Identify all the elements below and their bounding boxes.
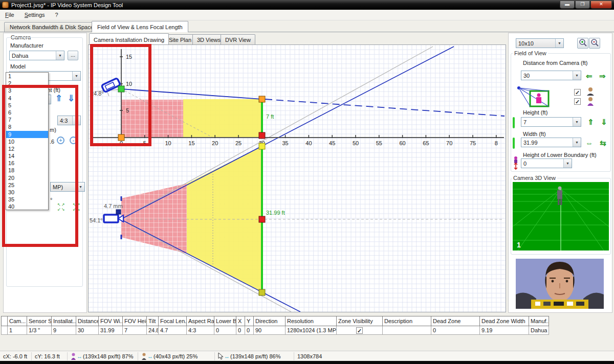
column-header-Manuf...[interactable]: Manuf... — [529, 316, 549, 326]
installation-drawing-canvas[interactable]: 0510152025303540455055606570758 51015 7 … — [88, 44, 506, 312]
show-woman-checkbox[interactable]: ✓ — [574, 98, 581, 105]
table-cell[interactable] — [383, 326, 431, 335]
table-cell[interactable]: 0 — [245, 326, 254, 335]
table-cell[interactable]: 90 — [254, 326, 286, 335]
fov-height-select[interactable]: 7▼ — [521, 117, 581, 127]
aspect-ratio-select[interactable]: 4:3▼ — [57, 116, 81, 125]
column-header-Aspect Ra...[interactable]: Aspect Ra... — [187, 316, 214, 326]
origin-handle[interactable] — [118, 134, 124, 141]
tab-site-plan[interactable]: Site Plan — [164, 34, 196, 44]
dropdown-option-18[interactable]: 18 — [6, 167, 48, 174]
plan-bottom-handle[interactable] — [259, 289, 265, 295]
zoom-out-button[interactable] — [589, 38, 600, 49]
table-cell[interactable]: 9.19 — [480, 326, 529, 335]
close-button[interactable]: ✕ — [590, 1, 612, 9]
dropdown-option-2[interactable]: 2 — [6, 80, 48, 87]
camera-3d-view[interactable]: 1 — [513, 182, 609, 251]
table-cell[interactable]: 0 — [236, 326, 245, 335]
height-up-button[interactable]: ⇑ — [55, 94, 62, 103]
dropdown-option-7[interactable]: 7 — [6, 116, 48, 123]
dropdown-option-5[interactable]: 5 — [6, 102, 48, 109]
column-header-X[interactable]: X — [236, 316, 245, 326]
dropdown-option-25[interactable]: 25 — [6, 181, 48, 189]
resolution-select[interactable]: MP)▼ — [50, 182, 85, 192]
column-header-Tilt[interactable]: Tilt — [147, 316, 159, 326]
column-header-Dead Zone[interactable]: Dead Zone — [431, 316, 480, 326]
plan-top-handle[interactable] — [259, 143, 265, 149]
column-header-Distance[interactable]: Distance — [76, 316, 99, 326]
width-expand-button[interactable]: ⇔ — [585, 139, 593, 147]
install-height-list[interactable]: 12345678910121416182025303540 — [6, 72, 49, 210]
table-cell[interactable]: 1 — [8, 326, 27, 335]
menu-settings[interactable]: Settings — [19, 11, 50, 19]
table-cell[interactable]: 9 — [52, 326, 76, 335]
height-down-button[interactable]: ⇓ — [68, 94, 75, 103]
dropdown-option-9[interactable]: 9 — [6, 131, 48, 138]
dropdown-option-1[interactable]: 1 — [6, 73, 48, 80]
pan-arrows-icon[interactable]: ↖↗↙↘ — [57, 202, 69, 212]
browse-manufacturer-button[interactable]: ... — [68, 51, 78, 60]
dropdown-option-16[interactable]: 16 — [6, 160, 48, 167]
dropdown-option-20[interactable]: 20 — [6, 174, 48, 181]
zoom-in-button[interactable] — [577, 38, 588, 49]
manufacturer-select[interactable]: Dahua▼ — [9, 51, 64, 60]
maximize-button[interactable]: ❐ — [575, 1, 590, 9]
distance-increase-button[interactable]: ⇒ — [599, 72, 606, 81]
dropdown-option-14[interactable]: 14 — [6, 152, 48, 160]
dropdown-option-35[interactable]: 35 — [6, 196, 48, 203]
dropdown-option-40[interactable]: 40 — [6, 203, 48, 210]
minimize-button[interactable]: ▬ — [560, 1, 575, 9]
height-decrease-button[interactable]: ⇓ — [601, 118, 607, 127]
table-cell[interactable]: ✓ — [337, 326, 383, 335]
menu-file[interactable]: File — [0, 11, 19, 19]
distance-decrease-button[interactable]: ⇐ — [586, 72, 593, 81]
tab-field-of-view[interactable]: Field of View & Lens Focal Length — [92, 21, 188, 32]
column-header-Cam...[interactable]: Cam... ▲ — [8, 316, 27, 326]
column-header-FOV Heig...[interactable]: FOV Heig... — [123, 316, 147, 326]
table-cell[interactable]: 1280x1024 (1.3 MP — [286, 326, 337, 335]
table-cell[interactable]: 0 — [431, 326, 480, 335]
dropdown-option-12[interactable]: 12 — [6, 145, 48, 152]
table-cell[interactable]: 1/3 " — [27, 326, 52, 335]
tilt-arrows-icon[interactable]: ↖↗↙↘ — [73, 202, 84, 212]
menu-help[interactable]: ? — [50, 11, 63, 19]
table-cell[interactable]: 30 — [76, 326, 99, 335]
focal-minus-button[interactable]: - — [70, 136, 77, 144]
dropdown-option-30[interactable]: 30 — [6, 189, 48, 196]
table-cell[interactable]: 24.8 — [147, 326, 159, 335]
column-header-Y[interactable]: Y — [245, 316, 254, 326]
column-header-FOV Wi...[interactable]: FOV Wi... — [99, 316, 123, 326]
distance-select[interactable]: 30▼ — [521, 71, 581, 80]
camera-height-handle[interactable] — [118, 86, 124, 92]
camera-table[interactable]: Cam... ▲Sensor Si...Installat...Distance… — [1, 316, 549, 335]
column-header-Description[interactable]: Description — [383, 316, 431, 326]
column-header-Installat...[interactable]: Installat... — [52, 316, 76, 326]
table-cell[interactable]: 4.7 — [159, 326, 187, 335]
table-cell[interactable]: 4:3 — [187, 326, 214, 335]
dropdown-option-4[interactable]: 4 — [6, 95, 48, 102]
tab-dvr-view[interactable]: DVR View — [221, 34, 255, 44]
column-header-Direction[interactable]: Direction — [254, 316, 286, 326]
table-cell[interactable] — [2, 326, 8, 335]
table-cell[interactable]: 31.99 — [99, 326, 123, 335]
tab-camera-installation-drawing[interactable]: Camera Installation Drawing — [89, 33, 169, 44]
lower-boundary-select[interactable]: 0▼ — [521, 158, 572, 168]
focal-handle[interactable] — [116, 210, 121, 214]
grid-size-select[interactable]: 10x10▼ — [516, 38, 564, 48]
dropdown-option-3[interactable]: 3 — [6, 87, 48, 94]
width-shrink-button[interactable]: ⇆ — [600, 139, 606, 148]
table-cell[interactable]: Dahua — [529, 326, 549, 335]
plan-center-handle[interactable] — [259, 216, 265, 222]
column-header-Focal Len...[interactable]: Focal Len... — [159, 316, 187, 326]
tab-network-bandwidth[interactable]: Network Bandwidth & Disk Space — [4, 22, 99, 32]
column-header-Resolution[interactable]: Resolution — [286, 316, 337, 326]
table-cell[interactable]: 7 — [123, 326, 147, 335]
column-header-row-selector[interactable] — [2, 316, 8, 326]
column-header-Zone Visibility[interactable]: Zone Visibility — [337, 316, 383, 326]
column-header-Dead Zone Width[interactable]: Dead Zone Width — [480, 316, 529, 326]
show-man-checkbox[interactable]: ✓ — [574, 89, 581, 96]
focal-plus-button[interactable]: + — [57, 136, 64, 144]
side-top-handle[interactable] — [259, 96, 265, 102]
side-bottom-handle[interactable] — [259, 132, 265, 139]
dropdown-option-8[interactable]: 8 — [6, 123, 48, 130]
